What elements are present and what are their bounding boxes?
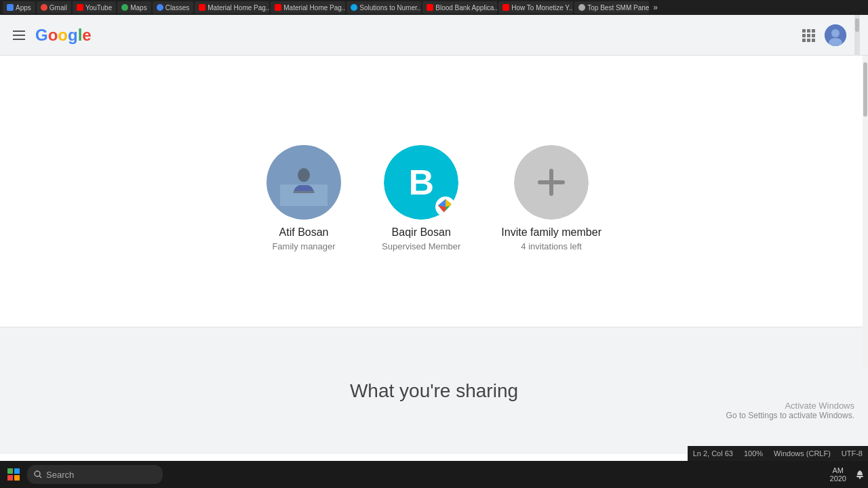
family-members-list: Atif Bosan Family manager B <box>267 145 601 251</box>
member-role-atif: Family manager <box>272 241 335 251</box>
member-card-invite[interactable]: Invite family member 4 invitations left <box>501 145 601 251</box>
activate-windows-notice: Activate Windows Go to Settings to activ… <box>726 401 854 420</box>
sharing-title: What you're sharing <box>350 380 518 402</box>
google-logo: Google <box>35 26 92 45</box>
member-name-atif: Atif Bosan <box>279 226 329 239</box>
svg-rect-8 <box>812 39 815 42</box>
tab-gmail[interactable]: Gmail <box>37 1 71 14</box>
svg-rect-1 <box>807 29 810 33</box>
windows-start-button[interactable] <box>3 464 24 485</box>
member-role-invite: 4 invitations left <box>521 241 582 251</box>
member-name-baqir: Baqir Bosan <box>392 226 451 239</box>
activate-windows-subtitle: Go to Settings to activate Windows. <box>726 411 854 420</box>
activate-windows-title: Activate Windows <box>726 401 854 411</box>
maps-badge-icon <box>435 197 456 217</box>
avatar-atif <box>267 145 341 220</box>
browser-tab-bar[interactable]: Apps Gmail YouTube Maps Classes Material… <box>0 0 868 15</box>
system-clock: AM 2020 <box>830 466 846 483</box>
status-encoding: UTF-8 <box>842 449 863 458</box>
chrome-header: Google <box>0 15 868 56</box>
tab-maps[interactable]: Maps <box>117 1 151 14</box>
main-content: Atif Bosan Family manager B <box>0 56 868 327</box>
svg-rect-5 <box>812 34 815 37</box>
tab-apps[interactable]: Apps <box>3 1 35 14</box>
status-zoom: 100% <box>744 449 763 458</box>
status-bar: Ln 2, Col 63 100% Windows (CRLF) UTF-8 <box>688 446 868 461</box>
svg-rect-23 <box>7 468 13 474</box>
tab-material1[interactable]: Material Home Pag... <box>195 1 269 14</box>
status-line-ending: Windows (CRLF) <box>774 449 831 458</box>
svg-rect-26 <box>14 475 20 481</box>
windows-search-label: Search <box>46 470 74 480</box>
svg-rect-6 <box>802 39 806 42</box>
svg-point-27 <box>35 471 40 476</box>
member-card-atif[interactable]: Atif Bosan Family manager <box>267 145 341 251</box>
tab-smm[interactable]: Top Best SMM Pane... <box>574 1 649 14</box>
svg-rect-24 <box>14 468 20 474</box>
svg-line-28 <box>39 476 41 478</box>
svg-point-10 <box>831 29 840 37</box>
notification-icon[interactable] <box>854 469 865 480</box>
avatar-baqir: B <box>384 145 458 220</box>
page-scrollbar[interactable] <box>863 56 868 369</box>
tab-youtube[interactable]: YouTube <box>73 1 116 14</box>
windows-search-bar[interactable]: Search <box>27 465 163 484</box>
svg-rect-25 <box>7 475 13 481</box>
svg-rect-2 <box>812 29 815 33</box>
member-role-baqir: Supervised Member <box>382 241 460 251</box>
profile-avatar[interactable] <box>825 24 846 46</box>
svg-point-15 <box>298 168 310 182</box>
svg-point-30 <box>859 477 861 479</box>
member-card-baqir[interactable]: B Baqir Bosan S <box>382 145 460 251</box>
avatar-invite <box>514 145 589 220</box>
tab-material2[interactable]: Material Home Pag... <box>271 1 345 14</box>
more-tabs-indicator[interactable]: » <box>650 3 660 12</box>
tab-monetize[interactable]: How To Monetize Y... <box>498 1 573 14</box>
google-apps-button[interactable] <box>797 24 819 46</box>
tab-solutions[interactable]: Solutions to Numer... <box>347 1 421 14</box>
svg-rect-0 <box>802 29 806 33</box>
menu-button[interactable] <box>8 24 30 46</box>
tab-classes[interactable]: Classes <box>153 1 194 14</box>
member-name-invite: Invite family member <box>501 226 601 239</box>
status-line-col: Ln 2, Col 63 <box>693 449 733 458</box>
svg-rect-3 <box>802 34 806 37</box>
windows-taskbar[interactable]: Search AM 2020 <box>0 461 868 488</box>
bottom-sharing-section: What you're sharing <box>0 327 868 454</box>
svg-rect-4 <box>807 34 810 37</box>
svg-rect-22 <box>538 180 565 184</box>
tab-bloodbank[interactable]: Blood Bank Applica... <box>422 1 497 14</box>
svg-rect-7 <box>807 39 810 42</box>
system-tray[interactable] <box>854 469 865 480</box>
